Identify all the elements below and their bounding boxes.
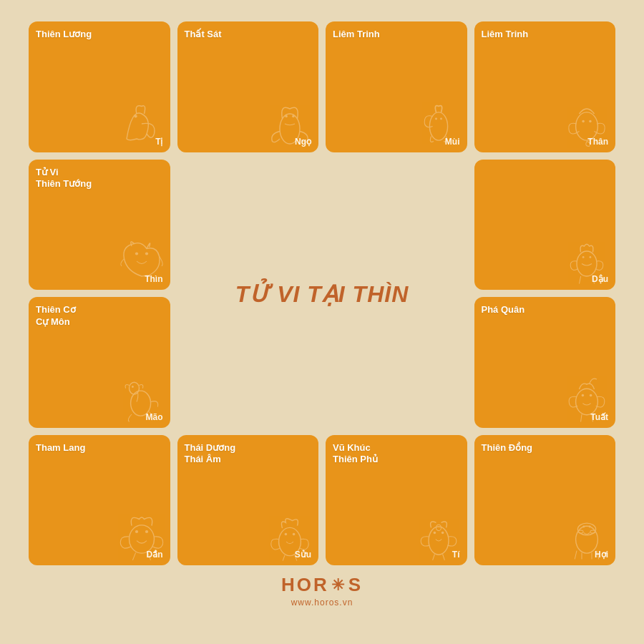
svg-point-25: [285, 533, 288, 536]
cell-dau-position: Dậu: [482, 274, 609, 284]
cell-mui: Liêm Trinh Mùi: [326, 21, 467, 152]
svg-point-8: [582, 119, 585, 122]
svg-point-18: [576, 389, 598, 414]
svg-point-2: [285, 114, 288, 117]
svg-point-6: [440, 117, 442, 119]
svg-point-10: [135, 252, 137, 255]
cell-tu-vi-title: Tử ViThiên Tướng: [36, 167, 163, 191]
cell-thien-luong-position: Tị: [36, 137, 163, 147]
cell-thien-dong-position: Hợi: [482, 550, 609, 560]
cell-pha-quan-title: Phá Quân: [482, 304, 609, 316]
svg-point-22: [135, 530, 137, 533]
svg-point-17: [132, 386, 134, 388]
center-title: TỬ VI TẠI THÌN: [235, 280, 409, 308]
cell-tham-lang-position: Dần: [36, 550, 163, 560]
svg-point-5: [435, 117, 437, 119]
cell-vu-khuc: Vũ KhúcThiên Phủ Tí: [326, 435, 467, 566]
cell-mui-position: Mùi: [333, 137, 460, 147]
cell-tu-vi-position: Thìn: [36, 274, 163, 284]
cell-pha-quan-position: Tuất: [482, 412, 609, 422]
cell-liem-trinh-than: Liêm Trinh Thân: [474, 21, 616, 152]
cell-thai-duong-position: Sửu: [185, 550, 312, 560]
grid-container: Thiên Lương Tị Thất Sát Ngọ: [29, 21, 615, 565]
logo-s: S: [348, 574, 363, 596]
cell-thien-co-title: Thiên CơCự Môn: [36, 304, 163, 328]
cell-thai-duong-title: Thái DươngThái Âm: [185, 442, 312, 467]
svg-point-35: [582, 526, 585, 528]
svg-point-23: [145, 530, 147, 533]
svg-point-0: [134, 114, 137, 117]
svg-point-14: [590, 256, 592, 258]
cell-mui-title: Liêm Trinh: [333, 29, 460, 41]
cell-liem-trinh-than-title: Liêm Trinh: [482, 29, 609, 41]
cell-tham-lang-title: Tham Lang: [36, 442, 163, 454]
cell-thien-dong: Thiên Đồng Hợi: [474, 435, 616, 566]
cell-thai-duong: Thái DươngThái Âm Sửu: [177, 435, 319, 566]
cell-thien-co: Thiên CơCự Môn Mão: [29, 297, 170, 428]
cell-thien-dong-title: Thiên Đồng: [482, 442, 609, 454]
cell-vu-khuc-title: Vũ KhúcThiên Phủ: [333, 442, 460, 467]
cell-that-sat-position: Ngọ: [185, 137, 312, 147]
cell-tham-lang: Tham Lang Dần: [29, 435, 170, 566]
svg-point-19: [582, 394, 585, 396]
svg-point-11: [145, 252, 147, 255]
svg-point-26: [293, 533, 296, 536]
center-cell: TỬ VI TẠI THÌN: [177, 160, 467, 428]
svg-point-20: [590, 394, 592, 396]
logo-asterisk: ✳: [331, 576, 346, 595]
logo-url: www.horos.vn: [291, 597, 353, 608]
svg-point-13: [582, 256, 585, 258]
svg-point-28: [433, 532, 436, 535]
cell-vu-khuc-position: Tí: [333, 550, 460, 560]
svg-point-36: [589, 526, 591, 528]
svg-point-29: [441, 532, 444, 535]
cell-that-sat-title: Thất Sát: [185, 29, 312, 41]
cell-thien-luong: Thiên Lương Tị: [29, 21, 170, 152]
cell-liem-trinh-than-position: Thân: [482, 137, 609, 147]
cell-dau: Dậu: [474, 160, 616, 291]
svg-point-30: [436, 525, 441, 530]
svg-point-12: [577, 251, 597, 276]
main-container: Thiên Lương Tị Thất Sát Ngọ: [21, 21, 623, 623]
logo-section: HOR ✳ S www.horos.vn: [281, 574, 363, 608]
cell-that-sat: Thất Sát Ngọ: [177, 21, 319, 152]
cell-thien-co-position: Mão: [36, 412, 163, 422]
svg-point-3: [292, 114, 295, 117]
svg-point-9: [589, 119, 592, 122]
logo-text: HOR ✳ S: [281, 574, 363, 596]
cell-pha-quan: Phá Quân Tuất: [474, 297, 616, 428]
logo-hor: HOR: [281, 574, 329, 596]
cell-tu-vi: Tử ViThiên Tướng Thìn: [29, 160, 170, 291]
cell-thien-luong-title: Thiên Lương: [36, 29, 163, 41]
